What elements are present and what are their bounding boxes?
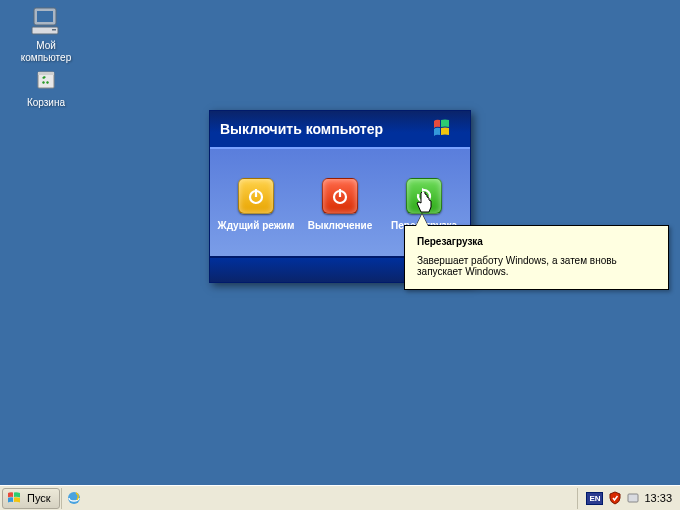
shutdown-dialog-title: Выключить компьютер	[220, 121, 383, 137]
my-computer-icon	[28, 5, 64, 37]
start-button[interactable]: Пуск	[2, 488, 60, 509]
windows-logo-icon	[432, 117, 460, 141]
language-indicator[interactable]: EN	[586, 492, 603, 505]
start-button-label: Пуск	[27, 492, 51, 504]
desktop-icon-label: Мой компьютер	[21, 40, 71, 63]
tooltip-body: Завершает работу Windows, а затем вновь …	[417, 255, 656, 277]
svg-rect-5	[38, 72, 54, 75]
recycle-bin-desktop-icon[interactable]: Корзина	[10, 62, 82, 109]
my-computer-desktop-icon[interactable]: Мой компьютер	[10, 5, 82, 63]
tooltip-tail	[416, 214, 428, 226]
quick-launch	[61, 488, 86, 509]
shutdown-dialog-header: Выключить компьютер	[210, 111, 470, 147]
restart-icon	[406, 178, 442, 214]
system-tray: EN 13:33	[577, 488, 680, 509]
tooltip-title: Перезагрузка	[417, 236, 656, 247]
standby-label: Ждущий режим	[218, 220, 295, 231]
recycle-bin-icon	[30, 62, 62, 94]
taskbar: Пуск EN 13:33	[0, 485, 680, 510]
windows-flag-icon	[7, 491, 23, 505]
standby-button[interactable]: Ждущий режим	[217, 178, 295, 231]
svg-rect-3	[52, 29, 56, 31]
desktop-icon-label: Корзина	[27, 97, 65, 108]
ie-icon[interactable]	[66, 490, 82, 506]
turnoff-icon	[322, 178, 358, 214]
security-shield-icon[interactable]	[608, 491, 622, 505]
svg-rect-1	[37, 11, 53, 22]
tray-item-icon[interactable]	[627, 492, 639, 504]
turnoff-button[interactable]: Выключение	[301, 178, 379, 231]
turnoff-label: Выключение	[308, 220, 373, 231]
standby-icon	[238, 178, 274, 214]
restart-tooltip: Перезагрузка Завершает работу Windows, а…	[404, 225, 669, 290]
svg-rect-11	[628, 494, 638, 502]
taskbar-clock[interactable]: 13:33	[644, 492, 672, 504]
